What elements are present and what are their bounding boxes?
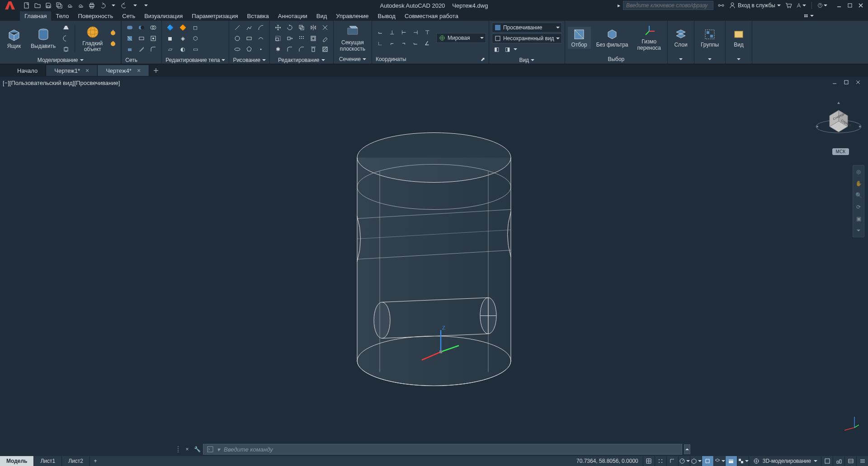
se-2-icon[interactable]: 🔶 <box>177 23 188 33</box>
redo-dropdown[interactable] <box>130 0 140 10</box>
ucs-icon-7[interactable]: ⌐ <box>387 38 397 48</box>
ucs-icon-8[interactable]: ¬ <box>398 38 409 48</box>
layout-tab-1[interactable]: Лист1 <box>34 456 62 466</box>
undo-icon[interactable] <box>98 0 108 10</box>
point-icon[interactable] <box>255 44 266 54</box>
new-icon[interactable] <box>22 0 32 10</box>
pan-icon[interactable]: ✋ <box>854 179 863 188</box>
box-button[interactable]: Ящик <box>3 26 25 50</box>
rotate-icon[interactable] <box>284 23 295 33</box>
qat-expand-icon[interactable] <box>141 0 151 10</box>
slice-icon[interactable] <box>124 33 135 43</box>
arc-icon[interactable] <box>255 23 266 33</box>
tab-solid[interactable]: Тело <box>51 11 73 21</box>
polysolid-icon[interactable] <box>61 23 71 33</box>
fillet-edge-icon[interactable] <box>148 44 159 54</box>
signin-button[interactable]: Вход в службы <box>729 2 781 9</box>
status-lwt-icon[interactable] <box>725 456 737 466</box>
offset-edge-icon[interactable] <box>136 44 147 54</box>
ucs-icon-6[interactable]: ∟ <box>375 38 386 48</box>
maximize-button[interactable] <box>845 2 854 9</box>
move-icon[interactable] <box>273 23 283 33</box>
layout-add-button[interactable]: + <box>90 456 101 466</box>
se-4-icon[interactable]: ◼ <box>165 33 175 43</box>
se-9-icon[interactable]: ▭ <box>190 44 201 54</box>
align-icon[interactable] <box>308 44 319 54</box>
panel-solidedit-title[interactable]: Редактирование тела <box>162 56 229 64</box>
status-annotation-icon[interactable] <box>821 456 833 466</box>
tab-mesh[interactable]: Сеть <box>118 11 140 21</box>
nav-expand-icon[interactable] <box>854 226 863 235</box>
union-icon[interactable] <box>124 23 135 33</box>
se-8-icon[interactable]: ◐ <box>177 44 188 54</box>
no-filter-button[interactable]: Без фильтра <box>593 27 632 49</box>
view-tool-1-icon[interactable]: ◧ <box>492 44 502 54</box>
panel-draw-title[interactable]: Рисование <box>229 56 269 64</box>
circle-icon[interactable] <box>232 33 243 43</box>
copy-icon[interactable] <box>296 23 307 33</box>
hatch-icon[interactable] <box>320 44 330 54</box>
save-icon[interactable] <box>43 0 53 10</box>
view-compact-button[interactable]: Вид <box>728 27 749 49</box>
tab-output[interactable]: Вывод <box>373 11 400 21</box>
workspace-dropdown[interactable]: 3D-моделирование <box>749 456 821 466</box>
ucs-icon-10[interactable]: ∠ <box>422 38 433 48</box>
status-qp-icon[interactable] <box>844 456 856 466</box>
revolve-icon[interactable] <box>61 33 71 43</box>
tab-annotate[interactable]: Аннотации <box>274 11 312 21</box>
cloud-open-icon[interactable] <box>65 0 75 10</box>
panel-view-title[interactable]: Вид <box>489 56 565 64</box>
tab-collab[interactable]: Совместная работа <box>400 11 463 21</box>
layout-tab-2[interactable]: Лист2 <box>62 456 90 466</box>
exchange-icon[interactable] <box>716 0 726 10</box>
tab-view[interactable]: Вид <box>312 11 332 21</box>
tab-surface[interactable]: Поверхность <box>73 11 118 21</box>
redo-icon[interactable] <box>119 0 129 10</box>
wcs-badge[interactable]: МСК <box>832 148 849 155</box>
offset-icon[interactable] <box>308 33 319 43</box>
se-3-icon[interactable]: ◻ <box>190 23 201 33</box>
ucs-icon-3[interactable]: ⊢ <box>398 28 409 38</box>
erase-icon[interactable] <box>320 33 330 43</box>
spline-icon[interactable] <box>255 33 266 43</box>
se-5-icon[interactable]: ◈ <box>177 33 188 43</box>
visual-style-dropdown[interactable]: Просвечивание <box>492 23 562 33</box>
section-plane-button[interactable]: Секущая плоскость <box>336 23 369 52</box>
full-nav-wheel-icon[interactable]: ◎ <box>854 167 863 176</box>
search-input[interactable] <box>623 1 713 10</box>
minimize-button[interactable] <box>835 2 844 9</box>
tab-insert[interactable]: Вставка <box>242 11 273 21</box>
status-snap-icon[interactable] <box>655 456 666 466</box>
file-tab-2[interactable]: Чертеж4*× <box>98 65 149 76</box>
imprint-icon[interactable] <box>148 33 159 43</box>
view-tool-2-icon[interactable]: ◨ <box>503 44 513 54</box>
panel-selection-title[interactable]: Выбор <box>565 55 667 64</box>
status-transparency-icon[interactable] <box>737 456 749 466</box>
se-6-icon[interactable]: ⬡ <box>190 33 201 43</box>
smooth-object-button[interactable]: Гладкий объект <box>79 24 106 53</box>
tab-parametric[interactable]: Параметризация <box>187 11 242 21</box>
close-tab-2[interactable]: × <box>137 67 141 74</box>
featured-apps-icon[interactable] <box>804 11 814 21</box>
zoom-icon[interactable]: 🔍 <box>854 191 863 200</box>
show-motion-icon[interactable]: ▣ <box>854 214 863 223</box>
saved-view-dropdown[interactable]: Несохраненный вид <box>492 33 562 43</box>
scale-icon[interactable] <box>273 33 283 43</box>
se-7-icon[interactable]: ▱ <box>165 44 175 54</box>
panel-modify-title[interactable]: Редактирование <box>270 56 333 64</box>
intersect-icon[interactable] <box>148 23 159 33</box>
tab-home[interactable]: Главная <box>20 11 51 21</box>
close-tab-1[interactable]: × <box>85 67 89 74</box>
status-osnap-icon[interactable] <box>702 456 713 466</box>
stretch-icon[interactable] <box>284 33 295 43</box>
explode-icon[interactable]: ✱ <box>273 44 283 54</box>
help-icon[interactable]: ? <box>817 0 827 10</box>
undo-dropdown[interactable] <box>108 0 118 10</box>
panel-groups-expand[interactable] <box>694 55 725 64</box>
cart-icon[interactable] <box>783 0 793 10</box>
saveas-icon[interactable] <box>54 0 64 10</box>
panel-modeling-title[interactable]: Моделирование <box>0 56 121 64</box>
array-icon[interactable] <box>296 33 307 43</box>
mesh-smooth-more-icon[interactable]: + <box>108 28 118 38</box>
viewport[interactable]: [−][Пользовательский вид][Просвечивание]… <box>0 77 868 442</box>
